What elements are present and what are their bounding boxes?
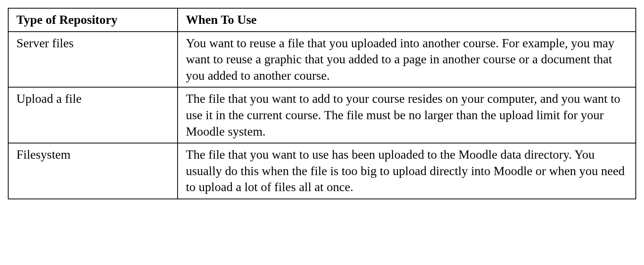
table-row: Upload a file The file that you want to … [8, 87, 636, 143]
cell-type: Upload a file [8, 87, 178, 143]
cell-type: Filesystem [8, 143, 178, 199]
table-header-row: Type of Repository When To Use [8, 8, 636, 32]
cell-when: The file that you want to add to your co… [178, 87, 636, 143]
header-when: When To Use [178, 8, 636, 32]
header-type: Type of Repository [8, 8, 178, 32]
cell-type: Server files [8, 32, 178, 88]
cell-when: You want to reuse a file that you upload… [178, 32, 636, 88]
table-row: Filesystem The file that you want to use… [8, 143, 636, 199]
cell-when: The file that you want to use has been u… [178, 143, 636, 199]
repository-table: Type of Repository When To Use Server fi… [8, 8, 636, 199]
table-row: Server files You want to reuse a file th… [8, 32, 636, 88]
